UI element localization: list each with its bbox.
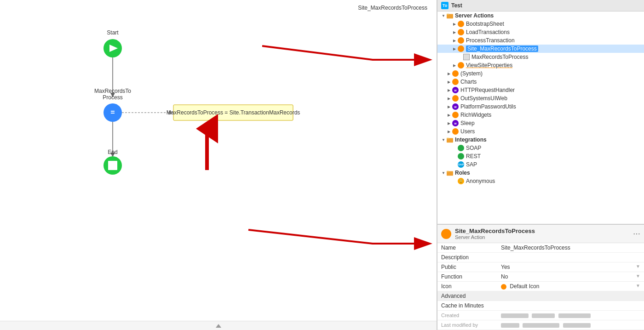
tree-item-platformpasswordutils[interactable]: ▶ w PlatformPasswordUtils xyxy=(437,102,644,111)
props-subtitle: Server Action xyxy=(455,234,535,240)
tree-item-loadtransactions[interactable]: ▶ LoadTransactions xyxy=(437,28,644,36)
tree-item-soap[interactable]: ▶ SOAP xyxy=(437,144,644,152)
diagram-title: Site_MaxRecordsToProcess xyxy=(358,5,427,11)
prop-key-icon: Icon xyxy=(437,282,497,291)
tree-item-richwidgets[interactable]: ▶ RichWidgets xyxy=(437,111,644,119)
icon-users xyxy=(452,128,459,135)
end-stop-icon xyxy=(108,161,117,170)
end-label: End xyxy=(108,149,117,155)
label-soap: SOAP xyxy=(466,145,481,151)
label-viewsiteprops: ViewSiteProperties xyxy=(466,62,512,68)
folder-icon-roles xyxy=(447,170,453,176)
flow-svg: Start MaxRecordsTo Process = MaxRecordsT… xyxy=(28,14,350,221)
icon-platformpasswordutils: w xyxy=(452,103,459,110)
tree-item-anonymous[interactable]: ▶ 🔒 Anonymous xyxy=(437,177,644,185)
tree-item-sap[interactable]: ▶ SAP SAP xyxy=(437,160,644,169)
prop-row-cache: Cache in Minutes xyxy=(437,301,644,311)
tree-item-sleep[interactable]: ▶ w Sleep xyxy=(437,119,644,127)
label-system: (System) xyxy=(460,70,483,77)
tree-item-processtransaction[interactable]: ▶ ProcessTransaction xyxy=(437,36,644,45)
prop-key-created: Created xyxy=(437,311,497,320)
label-processtransaction: ProcessTransaction xyxy=(466,37,515,44)
prop-key-cache: Cache in Minutes xyxy=(437,301,497,311)
start-label: Start xyxy=(107,29,119,36)
props-expand-button[interactable]: ⋯ xyxy=(633,229,640,238)
label-richwidgets: RichWidgets xyxy=(460,112,491,118)
created-blur-3 xyxy=(558,313,591,318)
prop-val-desc[interactable] xyxy=(497,253,644,262)
expand-arrow-integrations: ▼ xyxy=(441,137,446,142)
props-title-block: Site_MaxRecordsToProcess Server Action xyxy=(455,228,535,240)
label-bootstrapsheet: BootstrapSheet xyxy=(466,21,504,27)
expand-processtransaction: ▶ xyxy=(452,38,457,43)
icon-site-maxrecords xyxy=(458,46,464,52)
expand-users: ▶ xyxy=(447,129,451,134)
tree-item-viewsiteprops[interactable]: ▶ ViewSiteProperties xyxy=(437,61,644,69)
icon-processtransaction xyxy=(458,37,464,44)
tree-panel[interactable]: ▼ Server Actions ▶ BootstrapSheet ▶ Load… xyxy=(437,11,644,224)
flow-diagram: Start MaxRecordsTo Process = MaxRecordsT… xyxy=(28,14,350,222)
diagram-panel: Site_MaxRecordsToProcess Start MaxRecord… xyxy=(0,0,437,330)
tree-item-users[interactable]: ▶ Users xyxy=(437,127,644,136)
expand-richwidgets: ▶ xyxy=(447,113,451,117)
prop-val-icon[interactable]: Default Icon ▼ xyxy=(497,282,644,291)
prop-row-icon: Icon Default Icon ▼ xyxy=(437,282,644,291)
integrations-section[interactable]: ▼ Integrations xyxy=(437,136,644,144)
icon-dot xyxy=(501,284,506,290)
icon-sap: SAP xyxy=(458,161,464,168)
label-sap: SAP xyxy=(466,161,477,168)
prop-val-cache[interactable] xyxy=(497,301,644,311)
prop-row-lastmodified: Last modified by xyxy=(437,320,644,330)
svg-rect-8 xyxy=(447,138,449,139)
tree-item-maxrecords-param[interactable]: ▶ MaxRecordsToProcess xyxy=(437,53,644,61)
svg-rect-6 xyxy=(447,14,449,15)
tree-item-bootstrapsheet[interactable]: ▶ BootstrapSheet xyxy=(437,20,644,28)
properties-panel: Site_MaxRecordsToProcess Server Action ⋯… xyxy=(437,224,644,330)
icon-httpreqhandler: w xyxy=(452,87,459,93)
prop-row-public: Public Yes ▼ xyxy=(437,262,644,272)
label-sleep: Sleep xyxy=(460,120,475,126)
tree-item-charts[interactable]: ▶ Charts xyxy=(437,78,644,86)
function-dropdown-arrow[interactable]: ▼ xyxy=(636,273,640,279)
prop-val-name[interactable]: Site_MaxRecordsToProcess xyxy=(497,243,644,253)
label-rest: REST xyxy=(466,153,481,159)
label-anonymous: Anonymous xyxy=(466,178,495,184)
expand-loadtransactions: ▶ xyxy=(452,30,457,34)
expand-site-maxrecords: ▶ xyxy=(452,46,457,51)
label-users: Users xyxy=(460,128,475,135)
prop-val-public[interactable]: Yes ▼ xyxy=(497,262,644,272)
icon-charts xyxy=(452,79,459,85)
props-name: Site_MaxRecordsToProcess xyxy=(455,228,535,234)
icon-anonymous: 🔒 xyxy=(458,178,464,184)
tree-item-rest[interactable]: ▶ REST xyxy=(437,152,644,160)
label-charts: Charts xyxy=(460,79,477,85)
label-platformpasswordutils: PlatformPasswordUtils xyxy=(460,103,516,110)
public-dropdown-arrow[interactable]: ▼ xyxy=(636,264,640,269)
server-actions-label: Server Actions xyxy=(455,12,494,19)
lastmod-blur-3 xyxy=(563,323,591,328)
icon-dropdown-arrow[interactable]: ▼ xyxy=(636,283,640,288)
assign-icon: = xyxy=(110,108,115,116)
expand-sleep: ▶ xyxy=(447,121,451,125)
red-arrow-svg-2 xyxy=(244,225,437,262)
tree-item-outsystemsuiweb[interactable]: ▶ OutSystemsUIWeb xyxy=(437,94,644,102)
props-header: Site_MaxRecordsToProcess Server Action ⋯ xyxy=(437,225,644,243)
tree-item-system[interactable]: ▶ (System) xyxy=(437,69,644,78)
tree-item-site-maxrecords[interactable]: ▶ Site_MaxRecordsToProcess xyxy=(437,45,644,53)
label-maxrecords-param: MaxRecordsToProcess xyxy=(472,54,528,60)
tab-title: Test xyxy=(451,2,462,9)
tab-header: To Test xyxy=(437,0,644,11)
server-actions-section[interactable]: ▼ Server Actions xyxy=(437,11,644,20)
prop-val-function[interactable]: No ▼ xyxy=(497,272,644,282)
prop-val-created xyxy=(497,311,644,320)
integrations-label: Integrations xyxy=(455,137,487,143)
label-loadtransactions: LoadTransactions xyxy=(466,29,510,35)
prop-val-lastmodified xyxy=(497,320,644,330)
prop-row-desc: Description xyxy=(437,253,644,262)
bottom-scrollbar[interactable] xyxy=(0,321,437,330)
assign-label-1: MaxRecordsTo xyxy=(94,88,131,94)
prop-key-name: Name xyxy=(437,243,497,253)
roles-section[interactable]: ▼ Roles xyxy=(437,169,644,177)
icon-soap xyxy=(458,145,464,151)
tree-item-httpreqhandler[interactable]: ▶ w HTTPRequestHandler xyxy=(437,86,644,94)
